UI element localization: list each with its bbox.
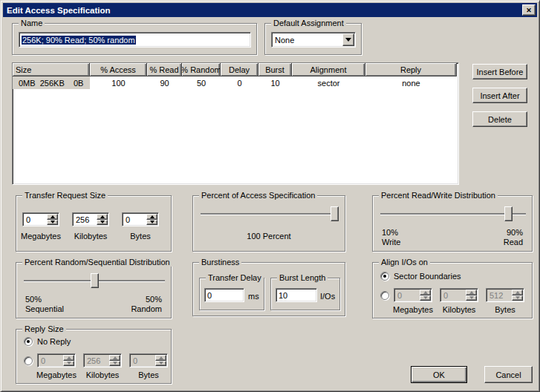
sector-boundaries-radio[interactable] bbox=[380, 272, 389, 281]
read-write-slider[interactable] bbox=[380, 206, 526, 221]
delete-button[interactable]: Delete bbox=[472, 111, 527, 127]
column-header-read[interactable]: % Read bbox=[147, 63, 182, 76]
align-ios-label: Align I/Os on bbox=[379, 258, 430, 267]
reply-size-label: Reply Size bbox=[22, 324, 66, 333]
transfer-delay-input[interactable]: 0 bbox=[204, 288, 244, 302]
random-seq-slider[interactable] bbox=[24, 273, 165, 288]
spinner-value: 0 bbox=[41, 356, 45, 366]
burstiness-group: Burstiness Transfer Delay 0 ms Burst Len… bbox=[192, 262, 345, 316]
column-header-burst[interactable]: Burst bbox=[258, 63, 292, 76]
window-title: Edit Access Specification bbox=[7, 6, 111, 15]
combo-dropdown-button[interactable] bbox=[342, 33, 354, 46]
transfer-size-bytes-spinner[interactable]: 0 bbox=[122, 212, 159, 226]
spin-down-icon[interactable] bbox=[146, 220, 157, 226]
spin-up-icon bbox=[155, 355, 166, 361]
bytes-label: Bytes bbox=[117, 232, 163, 241]
transfer-size-kilobytes-spinner[interactable]: 256 bbox=[72, 212, 109, 226]
row-cell-delay: 0 bbox=[221, 76, 258, 89]
percent-access-value: 100 Percent bbox=[193, 232, 345, 241]
kilobytes-label: Kilobytes bbox=[437, 305, 481, 314]
list-header: Size % Access % Read % Random Delay Burs… bbox=[13, 63, 458, 76]
read-percent-value: 90% bbox=[507, 228, 523, 237]
spinner-value: 0 bbox=[26, 215, 30, 225]
titlebar[interactable]: Edit Access Specification ✕ bbox=[3, 3, 537, 17]
access-spec-list[interactable]: Size % Access % Read % Random Delay Burs… bbox=[12, 62, 459, 185]
column-header-access[interactable]: % Access bbox=[90, 63, 147, 76]
custom-alignment-radio[interactable] bbox=[380, 291, 389, 300]
row-cell-burst: 10 bbox=[258, 76, 292, 89]
close-button[interactable]: ✕ bbox=[522, 4, 536, 16]
align-bytes-spinner[interactable]: 512 bbox=[486, 288, 524, 302]
spin-down-icon[interactable] bbox=[97, 220, 108, 226]
spin-up-icon bbox=[109, 355, 120, 361]
slider-track bbox=[201, 213, 339, 215]
bytes-label: Bytes bbox=[483, 305, 527, 314]
read-label: Read bbox=[504, 238, 523, 246]
align-megabytes-spinner[interactable]: 0 bbox=[394, 288, 432, 302]
no-reply-radio[interactable] bbox=[24, 337, 33, 346]
row-cell-size[interactable]: 0MB 256KB 0B bbox=[13, 76, 90, 89]
burst-length-input[interactable]: 10 bbox=[276, 288, 317, 302]
spin-up-icon bbox=[466, 290, 477, 295]
column-header-reply[interactable]: Reply bbox=[365, 63, 457, 76]
no-reply-label: No Reply bbox=[37, 337, 71, 346]
spinner-value: 256 bbox=[87, 356, 100, 366]
edit-access-specification-dialog: Edit Access Specification ✕ Name 256K; 9… bbox=[0, 0, 540, 392]
close-icon: ✕ bbox=[526, 7, 532, 14]
custom-reply-radio[interactable] bbox=[24, 356, 33, 365]
percent-read-write-label: Percent Read/Write Distribution bbox=[379, 191, 498, 200]
spin-up-icon[interactable] bbox=[47, 214, 58, 220]
slider-thumb[interactable] bbox=[504, 206, 513, 221]
percent-random-seq-label: Percent Random/Sequential Distribution bbox=[22, 258, 172, 267]
row-cell-alignment: sector bbox=[292, 76, 365, 89]
default-assignment-value: None bbox=[275, 36, 294, 45]
kilobytes-label: Kilobytes bbox=[80, 370, 125, 379]
spin-down-icon bbox=[512, 295, 523, 301]
reply-kilobytes-spinner[interactable]: 256 bbox=[83, 353, 122, 368]
reply-size-group: Reply Size No Reply 0 256 0 Megabytes Ki… bbox=[16, 329, 172, 384]
default-assignment-group: Default Assignment None bbox=[264, 23, 362, 55]
ok-button[interactable]: OK bbox=[411, 366, 467, 383]
transfer-delay-label: Transfer Delay bbox=[206, 273, 264, 282]
percent-access-slider[interactable] bbox=[201, 206, 339, 221]
transfer-delay-value: 0 bbox=[207, 291, 212, 300]
column-header-delay[interactable]: Delay bbox=[221, 63, 258, 76]
ms-unit-label: ms bbox=[248, 292, 259, 301]
spin-up-icon[interactable] bbox=[97, 214, 108, 220]
transfer-request-size-group: Transfer Request Size 0 256 0 Megabytes … bbox=[16, 195, 172, 252]
percent-access-spec-group: Percent of Access Specification 100 Perc… bbox=[192, 195, 345, 252]
spin-down-icon[interactable] bbox=[47, 220, 58, 226]
column-header-alignment[interactable]: Alignment bbox=[292, 63, 365, 76]
slider-thumb[interactable] bbox=[331, 206, 339, 221]
insert-after-button[interactable]: Insert After bbox=[472, 88, 527, 103]
percent-random-seq-group: Percent Random/Sequential Distribution 5… bbox=[16, 262, 172, 318]
reply-bytes-spinner[interactable]: 0 bbox=[129, 353, 168, 368]
spinner-value: 256 bbox=[76, 215, 89, 225]
reply-megabytes-spinner[interactable]: 0 bbox=[37, 353, 76, 368]
default-assignment-select[interactable]: None bbox=[271, 32, 356, 48]
chevron-down-icon bbox=[345, 38, 351, 42]
column-header-size[interactable]: Size bbox=[13, 63, 90, 76]
kilobytes-label: Kilobytes bbox=[68, 232, 114, 241]
transfer-request-size-label: Transfer Request Size bbox=[22, 191, 108, 200]
row-cell-random: 50 bbox=[182, 76, 221, 89]
spinner-value: 512 bbox=[489, 290, 503, 301]
percent-read-write-group: Percent Read/Write Distribution 10% Writ… bbox=[372, 195, 533, 252]
name-input-selected-text: 256K; 90% Read; 50% random bbox=[22, 36, 136, 45]
insert-before-button[interactable]: Insert Before bbox=[472, 64, 527, 79]
spin-up-icon bbox=[63, 355, 74, 361]
spin-up-icon bbox=[420, 290, 431, 295]
align-kilobytes-spinner[interactable]: 0 bbox=[440, 288, 478, 302]
spin-up-icon bbox=[512, 290, 523, 295]
slider-thumb[interactable] bbox=[91, 273, 99, 288]
spin-down-icon bbox=[420, 295, 431, 301]
megabytes-label: Megabytes bbox=[34, 370, 79, 379]
column-header-random[interactable]: % Random bbox=[182, 63, 221, 76]
transfer-size-megabytes-spinner[interactable]: 0 bbox=[22, 212, 59, 226]
table-row[interactable]: 0MB 256KB 0B 100 90 50 0 10 sector none bbox=[13, 76, 458, 89]
spin-up-icon[interactable] bbox=[146, 214, 157, 220]
write-percent-value: 10% bbox=[382, 228, 398, 237]
cancel-button[interactable]: Cancel bbox=[484, 366, 533, 383]
name-input[interactable]: 256K; 90% Read; 50% random bbox=[19, 32, 251, 48]
transfer-delay-group: Transfer Delay 0 ms bbox=[199, 278, 264, 310]
